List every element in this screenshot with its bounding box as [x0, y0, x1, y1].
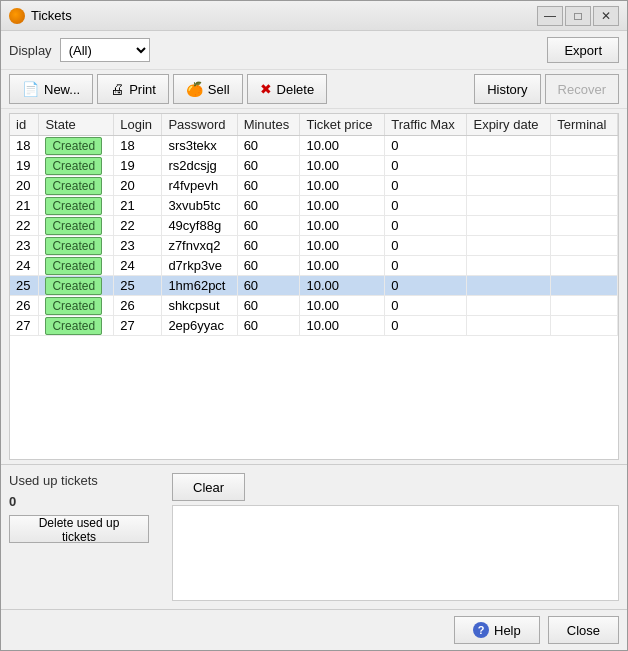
delete-icon: ✖ — [260, 81, 272, 97]
print-icon: 🖨 — [110, 81, 124, 97]
tickets-window: Tickets — □ ✕ Display (All) Active Expir… — [0, 0, 628, 651]
table-cell — [551, 236, 618, 256]
export-button[interactable]: Export — [547, 37, 619, 63]
table-cell: 60 — [237, 256, 300, 276]
table-cell: 10.00 — [300, 316, 385, 336]
delete-used-button[interactable]: Delete used up tickets — [9, 515, 149, 543]
table-cell — [467, 136, 551, 156]
table-cell — [551, 276, 618, 296]
action-row: 📄 New... 🖨 Print 🍊 Sell ✖ Delete History… — [1, 70, 627, 109]
table-row[interactable]: 19Created19rs2dcsjg6010.000 — [10, 156, 618, 176]
table-row[interactable]: 23Created23z7fnvxq26010.000 — [10, 236, 618, 256]
table-cell: 20 — [114, 176, 162, 196]
table-cell: Created — [39, 276, 114, 296]
col-login: Login — [114, 114, 162, 136]
table-cell: 49cyf88g — [162, 216, 237, 236]
table-row[interactable]: 20Created20r4fvpevh6010.000 — [10, 176, 618, 196]
table-cell: 10.00 — [300, 296, 385, 316]
maximize-button[interactable]: □ — [565, 6, 591, 26]
table-cell: 24 — [10, 256, 39, 276]
table-cell: 25 — [114, 276, 162, 296]
tickets-table-container: id State Login Password Minutes Ticket p… — [9, 113, 619, 460]
table-cell: 60 — [237, 136, 300, 156]
table-cell: 0 — [385, 296, 467, 316]
app-icon — [9, 8, 25, 24]
used-tickets-table — [172, 505, 619, 601]
table-cell: 0 — [385, 216, 467, 236]
table-cell: Created — [39, 316, 114, 336]
table-cell: 18 — [10, 136, 39, 156]
table-cell: 22 — [114, 216, 162, 236]
table-row[interactable]: 24Created24d7rkp3ve6010.000 — [10, 256, 618, 276]
table-cell: d7rkp3ve — [162, 256, 237, 276]
table-cell — [467, 156, 551, 176]
table-cell: Created — [39, 236, 114, 256]
table-cell: 0 — [385, 156, 467, 176]
close-button[interactable]: Close — [548, 616, 619, 644]
table-header-row: id State Login Password Minutes Ticket p… — [10, 114, 618, 136]
table-cell — [551, 216, 618, 236]
table-row[interactable]: 21Created213xvub5tc6010.000 — [10, 196, 618, 216]
table-cell — [467, 296, 551, 316]
table-cell — [467, 256, 551, 276]
minimize-button[interactable]: — — [537, 6, 563, 26]
sell-button[interactable]: 🍊 Sell — [173, 74, 243, 104]
table-cell — [467, 236, 551, 256]
history-button[interactable]: History — [474, 74, 540, 104]
table-cell: 0 — [385, 176, 467, 196]
table-cell — [551, 196, 618, 216]
table-row[interactable]: 18Created18srs3tekx6010.000 — [10, 136, 618, 156]
new-button[interactable]: 📄 New... — [9, 74, 93, 104]
help-button[interactable]: ? Help — [454, 616, 540, 644]
recover-button[interactable]: Recover — [545, 74, 619, 104]
toolbar-row: Display (All) Active Expired Used Export — [1, 31, 627, 70]
table-cell: 21 — [10, 196, 39, 216]
col-minutes: Minutes — [237, 114, 300, 136]
table-cell: 60 — [237, 176, 300, 196]
table-cell: 27 — [114, 316, 162, 336]
table-cell: Created — [39, 176, 114, 196]
table-row[interactable]: 27Created272ep6yyac6010.000 — [10, 316, 618, 336]
print-button[interactable]: 🖨 Print — [97, 74, 169, 104]
table-cell: 0 — [385, 276, 467, 296]
table-cell: 20 — [10, 176, 39, 196]
table-cell — [551, 316, 618, 336]
clear-button[interactable]: Clear — [172, 473, 245, 501]
table-cell: 0 — [385, 196, 467, 216]
delete-button[interactable]: ✖ Delete — [247, 74, 328, 104]
table-cell: 26 — [10, 296, 39, 316]
table-row[interactable]: 22Created2249cyf88g6010.000 — [10, 216, 618, 236]
used-tickets-right: Clear — [172, 473, 619, 601]
col-traffic-max: Traffic Max — [385, 114, 467, 136]
table-cell: 19 — [10, 156, 39, 176]
col-password: Password — [162, 114, 237, 136]
col-state: State — [39, 114, 114, 136]
table-cell: 0 — [385, 256, 467, 276]
table-cell: Created — [39, 136, 114, 156]
col-ticket-price: Ticket price — [300, 114, 385, 136]
table-row[interactable]: 26Created26shkcpsut6010.000 — [10, 296, 618, 316]
col-expiry-date: Expiry date — [467, 114, 551, 136]
table-cell: rs2dcsjg — [162, 156, 237, 176]
table-cell: Created — [39, 156, 114, 176]
table-cell: 60 — [237, 296, 300, 316]
table-cell: Created — [39, 256, 114, 276]
close-window-button[interactable]: ✕ — [593, 6, 619, 26]
table-cell: 60 — [237, 276, 300, 296]
title-bar: Tickets — □ ✕ — [1, 1, 627, 31]
footer-row: ? Help Close — [1, 609, 627, 650]
display-select[interactable]: (All) Active Expired Used — [60, 38, 150, 62]
table-cell: 10.00 — [300, 276, 385, 296]
table-cell — [467, 176, 551, 196]
table-cell: 60 — [237, 236, 300, 256]
table-row[interactable]: 25Created251hm62pct6010.000 — [10, 276, 618, 296]
table-cell: 60 — [237, 156, 300, 176]
table-cell: z7fnvxq2 — [162, 236, 237, 256]
table-cell: Created — [39, 196, 114, 216]
table-cell: 0 — [385, 236, 467, 256]
tickets-table: id State Login Password Minutes Ticket p… — [10, 114, 618, 336]
table-cell — [467, 316, 551, 336]
table-cell — [551, 256, 618, 276]
table-cell: 60 — [237, 316, 300, 336]
window-title: Tickets — [31, 8, 537, 23]
